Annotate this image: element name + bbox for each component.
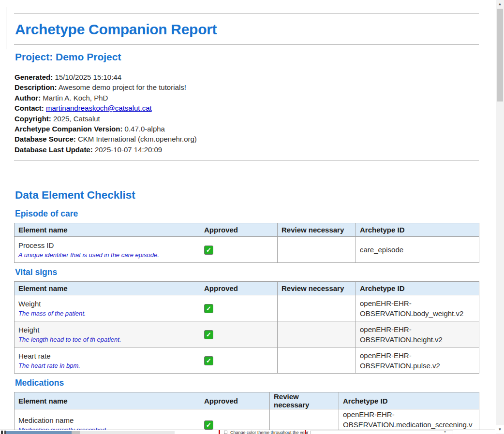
metadata-label: Database Last Update:: [15, 145, 93, 154]
horizontal-scrollbar-segment: [72, 431, 80, 434]
metadata-line: Author: Martin A. Koch, PhD: [15, 93, 479, 103]
metadata-label: Generated:: [15, 73, 53, 81]
check-icon: ✓: [205, 331, 213, 339]
title-divider: [14, 44, 479, 45]
metadata-line: Database Source: CKM International (ckm.…: [15, 134, 479, 144]
metadata-value: Awesome demo project for the tutorials!: [59, 83, 186, 91]
check-icon: ✓: [205, 357, 213, 365]
element-description: The length head to toe of th epatient.: [18, 335, 196, 344]
checklist-section: Vital signs Element name Approved Review…: [14, 267, 479, 374]
approved-cell: ✓: [200, 237, 278, 263]
project-heading: Project: Demo Project: [15, 51, 479, 63]
metadata-line: Description: Awesome demo project for th…: [15, 82, 479, 92]
dropdown-caret-icon: ▾: [444, 430, 446, 434]
scrollbar-thumb[interactable]: [497, 9, 503, 101]
col-archetype-id: Archetype ID: [339, 392, 479, 409]
col-archetype-id: Archetype ID: [356, 223, 479, 237]
validation-mark: [219, 430, 220, 434]
scroll-up-arrow-icon[interactable]: ▲: [496, 0, 504, 8]
col-archetype-id: Archetype ID: [356, 282, 479, 295]
col-review-necessary: Review necessary: [278, 282, 356, 295]
element-name: Weight: [18, 299, 196, 308]
background-window-strip: Change color theme throughout the year ▾: [0, 430, 495, 434]
horizontal-scrollbar-thumb[interactable]: [6, 431, 72, 434]
approved-cell: ✓: [200, 321, 278, 347]
horizontal-scrollbar-track[interactable]: [80, 431, 175, 434]
metadata-label: Copyright:: [15, 115, 51, 123]
checklist-sections: Episode of care Element name Approved Re…: [14, 208, 479, 434]
metadata-value: 0.47.0-alpha: [125, 125, 165, 133]
archetype-id: openEHR-EHR-OBSERVATION.body_weight.v2: [356, 295, 479, 321]
metadata-line: Database Last Update: 2025-10-07 14:20:0…: [15, 145, 479, 155]
col-approved: Approved: [200, 392, 270, 409]
table-row: Heart rate The heart rate in bpm. ✓ open…: [15, 347, 479, 374]
check-icon: ✓: [205, 421, 213, 429]
approved-cell: ✓: [200, 347, 278, 374]
col-approved: Approved: [200, 223, 278, 237]
top-divider: [14, 14, 479, 14]
metadata-line: Copyright: 2025, Catsalut: [15, 114, 479, 124]
element-cell: Height The length head to toe of th epat…: [15, 321, 200, 347]
window-left-edge: [6, 7, 6, 49]
element-name: Medication name: [18, 416, 196, 425]
review-necessary-cell: [278, 237, 356, 263]
element-cell: Process ID A unique identifier that is u…: [15, 237, 200, 263]
contact-email-link[interactable]: martinandreaskoch@catsalut.cat: [46, 104, 152, 112]
element-description: A unique identifier that is used in the …: [18, 251, 196, 259]
col-element-name: Element name: [15, 223, 200, 237]
metadata-value: CKM International (ckm.openehr.org): [78, 135, 197, 143]
scroll-down-arrow-icon[interactable]: ▼: [496, 425, 504, 434]
review-necessary-cell: [278, 347, 356, 374]
clipped-glyph-remnant: [1, 431, 3, 434]
col-element-name: Element name: [15, 392, 200, 409]
check-icon: ✓: [205, 304, 213, 313]
review-necessary-cell: [278, 321, 356, 347]
element-cell: Weight The mass of the patient.: [15, 295, 200, 321]
metadata-label: Description:: [15, 83, 57, 91]
vertical-scrollbar[interactable]: ▲ ▼: [496, 0, 504, 434]
element-description: The mass of the patient.: [18, 309, 196, 318]
review-necessary-cell: [278, 295, 356, 321]
approved-checkbox-icon: ✓: [204, 330, 213, 339]
metadata-value: 2025, Catsalut: [53, 115, 100, 123]
section-heading: Episode of care: [15, 208, 479, 219]
metadata-label: Archetype Companion Version:: [15, 125, 122, 133]
metadata-line: Archetype Companion Version: 0.47.0-alph…: [15, 124, 479, 134]
table-header-row: Element name Approved Review necessary A…: [15, 223, 479, 237]
metadata-value: Martin A. Koch, PhD: [43, 94, 108, 102]
col-review-necessary: Review necessary: [278, 223, 356, 237]
archetype-id: care_episode: [356, 237, 479, 263]
approved-checkbox-icon: ✓: [204, 304, 213, 313]
metadata-block: Generated: 15/10/2025 15:10:44Descriptio…: [15, 72, 479, 155]
approved-checkbox-icon: ✓: [204, 246, 213, 255]
table-row: Weight The mass of the patient. ✓ openEH…: [15, 295, 479, 321]
theme-checkbox-label: Change color theme throughout the year: [230, 430, 309, 434]
checklist-table: Element name Approved Review necessary A…: [14, 392, 479, 434]
table-row: Height The length head to toe of th epat…: [15, 321, 479, 347]
theme-checkbox[interactable]: [224, 431, 227, 434]
col-approved: Approved: [200, 282, 278, 295]
approved-cell: ✓: [200, 295, 278, 321]
checklist-table: Element name Approved Review necessary A…: [14, 223, 479, 263]
archetype-id: openEHR-EHR-OBSERVATION.pulse.v2: [356, 347, 479, 374]
report-document: Archetype Companion Report Project: Demo…: [14, 0, 479, 434]
metadata-value: 2025-10-07 14:20:09: [95, 145, 162, 154]
table-header-row: Element name Approved Review necessary A…: [15, 392, 479, 409]
metadata-line: Contact: martinandreaskoch@catsalut.cat: [15, 103, 479, 113]
archetype-id: openEHR-EHR-OBSERVATION.height.v2: [356, 321, 479, 347]
clipped-input-field[interactable]: [310, 431, 453, 434]
checklist-section: Episode of care Element name Approved Re…: [14, 208, 479, 263]
report-title: Archetype Companion Report: [15, 20, 479, 39]
metadata-label: Database Source:: [15, 135, 76, 143]
section-heading: Vital signs: [15, 267, 479, 277]
element-cell: Heart rate The heart rate in bpm.: [15, 347, 200, 374]
metadata-label: Author:: [15, 94, 41, 102]
table-row: Process ID A unique identifier that is u…: [15, 237, 479, 263]
metadata-line: Generated: 15/10/2025 15:10:44: [15, 72, 479, 82]
metadata-label: Contact:: [15, 104, 44, 112]
approved-checkbox-icon: ✓: [204, 356, 213, 365]
element-name: Height: [18, 325, 196, 334]
table-header-row: Element name Approved Review necessary A…: [15, 282, 479, 295]
section-heading: Medications: [15, 377, 479, 388]
checklist-table: Element name Approved Review necessary A…: [14, 281, 479, 374]
